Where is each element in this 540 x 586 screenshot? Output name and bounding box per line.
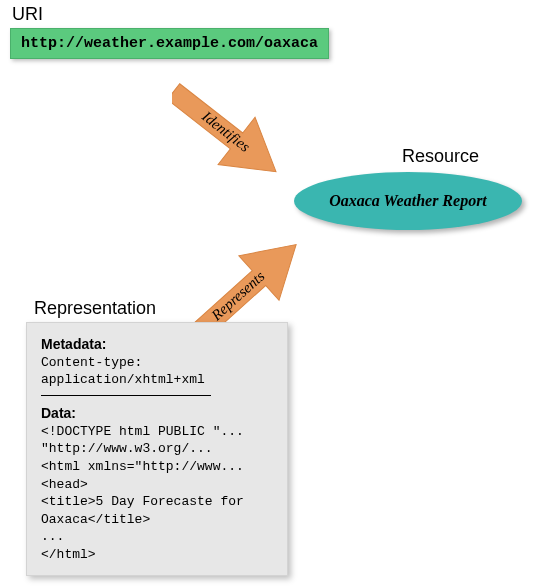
data-heading: Data: <box>41 404 273 423</box>
data-line: <title>5 Day Forecaste for <box>41 493 273 511</box>
uri-section-label: URI <box>12 4 43 25</box>
uri-box: http://weather.example.com/oaxaca <box>10 28 329 59</box>
svg-marker-1 <box>172 222 316 336</box>
divider <box>41 395 211 396</box>
identifies-label: Identifies <box>198 107 253 155</box>
identifies-arrow: Identifies <box>172 58 342 198</box>
representation-box: Metadata: Content-type: application/xhtm… <box>26 322 288 576</box>
represents-label: Represents <box>208 268 268 324</box>
data-line: <!DOCTYPE html PUBLIC "... <box>41 423 273 441</box>
data-line: </html> <box>41 546 273 564</box>
data-line: <html xmlns="http://www... <box>41 458 273 476</box>
metadata-line: Content-type: <box>41 354 273 372</box>
data-line: <head> <box>41 476 273 494</box>
svg-marker-0 <box>172 68 294 195</box>
representation-section-label: Representation <box>34 298 156 319</box>
data-line: ... <box>41 528 273 546</box>
data-line: "http://www.w3.org/... <box>41 440 273 458</box>
resource-name: Oaxaca Weather Report <box>329 192 487 210</box>
data-line: Oaxaca</title> <box>41 511 273 529</box>
resource-ellipse: Oaxaca Weather Report <box>294 172 522 230</box>
metadata-heading: Metadata: <box>41 335 273 354</box>
resource-section-label: Resource <box>402 146 479 167</box>
metadata-line: application/xhtml+xml <box>41 371 273 389</box>
